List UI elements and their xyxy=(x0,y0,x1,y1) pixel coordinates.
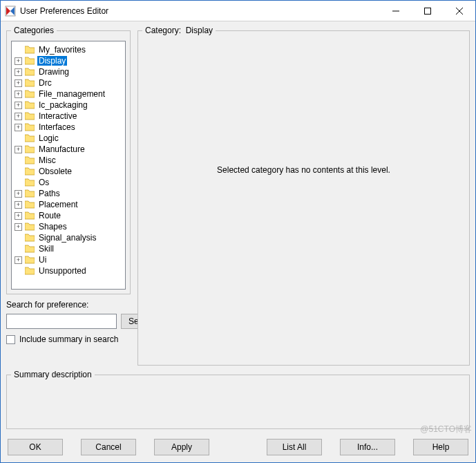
tree-item-skill[interactable]: Skill xyxy=(13,243,124,254)
tree-item-label: Interactive xyxy=(37,111,78,121)
tree-item-drc[interactable]: +Drc xyxy=(13,77,124,88)
search-input[interactable] xyxy=(6,314,117,329)
tree-item-shapes[interactable]: +Shapes xyxy=(13,221,124,232)
include-summary-checkbox[interactable] xyxy=(6,335,15,344)
folder-icon xyxy=(25,189,35,198)
folder-icon xyxy=(25,101,35,109)
tree-item-label: File_management xyxy=(37,89,106,99)
folder-icon xyxy=(25,134,35,142)
expand-icon[interactable]: + xyxy=(15,223,22,231)
tree-item-drawing[interactable]: +Drawing xyxy=(13,66,124,77)
tree-item-label: Route xyxy=(37,211,62,220)
tree-item-label: Ui xyxy=(37,255,48,265)
info-button[interactable]: Info... xyxy=(340,439,395,455)
tree-item-os[interactable]: Os xyxy=(13,177,124,188)
tree-item-label: Logic xyxy=(37,133,60,143)
folder-icon xyxy=(25,156,35,164)
expand-icon[interactable]: + xyxy=(15,57,22,65)
category-body: Selected category has no contents at thi… xyxy=(142,41,465,361)
tree-item-paths[interactable]: +Paths xyxy=(13,188,124,199)
svg-rect-2 xyxy=(425,8,431,14)
expand-icon[interactable]: + xyxy=(15,68,22,76)
tree-item-logic[interactable]: Logic xyxy=(13,133,124,144)
list-all-button[interactable]: List All xyxy=(267,439,322,455)
folder-icon xyxy=(25,167,35,176)
help-button[interactable]: Help xyxy=(413,439,468,455)
tree-item-interactive[interactable]: +Interactive xyxy=(13,111,124,122)
tree-item-label: Skill xyxy=(37,244,55,254)
tree-item-label: Shapes xyxy=(37,222,68,232)
tree-spacer xyxy=(15,46,22,54)
tree-spacer xyxy=(15,157,22,164)
maximize-button[interactable] xyxy=(412,1,444,21)
expand-icon[interactable]: + xyxy=(15,212,22,220)
tree-item-obsolete[interactable]: Obsolete xyxy=(13,166,124,177)
expand-icon[interactable]: + xyxy=(15,91,22,98)
close-button[interactable] xyxy=(444,1,475,21)
tree-item-unsupported[interactable]: Unsupported xyxy=(13,265,124,276)
folder-icon xyxy=(25,123,35,131)
tree-item-file_management[interactable]: +File_management xyxy=(13,88,124,100)
expand-icon[interactable]: + xyxy=(15,113,22,120)
folder-icon xyxy=(25,79,35,87)
expand-icon[interactable]: + xyxy=(15,201,22,209)
minimize-button[interactable] xyxy=(380,1,412,21)
tree-item-ic_packaging[interactable]: +Ic_packaging xyxy=(13,100,124,111)
tree-item-label: Placement xyxy=(37,200,79,209)
tree-item-label: My_favorites xyxy=(37,45,87,55)
tree-spacer xyxy=(15,267,22,275)
tree-item-label: Display xyxy=(37,56,67,66)
categories-label: Categories xyxy=(11,26,57,35)
expand-icon[interactable]: + xyxy=(15,102,22,109)
summary-label: Summary description xyxy=(11,370,95,379)
tree-spacer xyxy=(15,245,22,253)
folder-icon xyxy=(25,145,35,153)
tree-item-label: Unsupported xyxy=(37,266,88,276)
folder-icon xyxy=(25,211,35,220)
tree-spacer xyxy=(15,234,22,242)
tree-spacer xyxy=(15,179,22,187)
dialog-button-row: OK Cancel Apply List All Info... Help xyxy=(6,433,470,457)
category-groupbox: Category: Display Selected category has … xyxy=(137,26,470,366)
folder-icon xyxy=(25,234,35,242)
tree-item-signal_analysis[interactable]: Signal_analysis xyxy=(13,232,124,243)
folder-icon xyxy=(25,57,35,65)
tree-item-label: Ic_packaging xyxy=(37,100,89,110)
categories-groupbox: Categories My_favorites+Display+Drawing+… xyxy=(6,26,131,294)
empty-message: Selected category has no contents at thi… xyxy=(217,165,390,175)
summary-groupbox: Summary description xyxy=(6,370,470,429)
folder-icon xyxy=(25,90,35,98)
folder-icon xyxy=(25,68,35,76)
folder-icon xyxy=(25,267,35,275)
tree-item-interfaces[interactable]: +Interfaces xyxy=(13,122,124,133)
apply-button[interactable]: Apply xyxy=(154,439,209,455)
ok-button[interactable]: OK xyxy=(8,439,63,455)
tree-item-label: Obsolete xyxy=(37,167,73,176)
tree-item-label: Drc xyxy=(37,78,53,88)
folder-icon xyxy=(25,46,35,54)
tree-item-placement[interactable]: +Placement xyxy=(13,199,124,210)
search-label: Search for preference: xyxy=(6,300,131,310)
titlebar: User Preferences Editor xyxy=(1,1,475,21)
expand-icon[interactable]: + xyxy=(15,190,22,198)
tree-item-ui[interactable]: +Ui xyxy=(13,254,124,265)
tree-item-misc[interactable]: Misc xyxy=(13,155,124,166)
tree-item-manufacture[interactable]: +Manufacture xyxy=(13,144,124,155)
expand-icon[interactable]: + xyxy=(15,146,22,153)
cancel-button[interactable]: Cancel xyxy=(81,439,136,455)
folder-icon xyxy=(25,200,35,209)
tree-item-label: Interfaces xyxy=(37,122,77,132)
folder-icon xyxy=(25,223,35,231)
expand-icon[interactable]: + xyxy=(15,124,22,131)
expand-icon[interactable]: + xyxy=(15,79,22,87)
tree-spacer xyxy=(15,135,22,142)
tree-item-label: Manufacture xyxy=(37,144,86,154)
categories-tree[interactable]: My_favorites+Display+Drawing+Drc+File_ma… xyxy=(11,41,126,290)
tree-item-label: Paths xyxy=(37,189,61,198)
tree-item-my_favorites[interactable]: My_favorites xyxy=(13,44,124,55)
folder-icon xyxy=(25,112,35,120)
expand-icon[interactable]: + xyxy=(15,256,22,264)
tree-item-route[interactable]: +Route xyxy=(13,210,124,221)
category-legend: Category: Display xyxy=(142,26,216,35)
tree-item-display[interactable]: +Display xyxy=(13,55,124,66)
